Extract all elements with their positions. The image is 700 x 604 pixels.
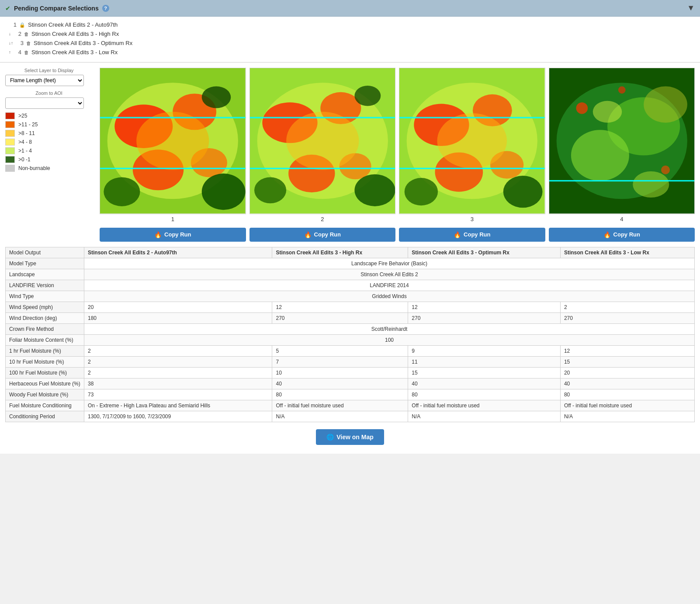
table-row-10: 100 hr Fuel Moisture (%)2101520 bbox=[6, 367, 695, 378]
svg-point-43 bbox=[593, 101, 622, 123]
item-number-3: 3 bbox=[16, 40, 24, 46]
table-row-12: Woody Fuel Moisture (%)73808080 bbox=[6, 389, 695, 400]
table-cell-4-2: 12 bbox=[408, 302, 561, 312]
table-header-col0: Model Output bbox=[6, 247, 84, 258]
legend-label-6: >0 -1 bbox=[18, 156, 31, 163]
trash-icon-3[interactable] bbox=[26, 40, 31, 46]
table-cell-5-1: 270 bbox=[272, 312, 408, 323]
map-canvas-4[interactable] bbox=[549, 68, 695, 214]
svg-point-38 bbox=[571, 130, 629, 181]
svg-point-44 bbox=[633, 171, 669, 198]
legend-label-1: >25 bbox=[18, 113, 27, 119]
table-cell-label-5: Wind Direction (deg) bbox=[6, 312, 84, 323]
table-cell-13-3: Off - initial fuel moisture used bbox=[560, 400, 694, 411]
collapse-icon[interactable]: ▼ bbox=[687, 3, 695, 13]
table-header-col3: Stinson Creek All Edits 3 - Optimum Rx bbox=[408, 247, 561, 258]
table-cell-label-2: LANDFIRE Version bbox=[6, 280, 84, 291]
legend-color-2 bbox=[5, 121, 15, 128]
copy-run-label-4: Copy Run bbox=[613, 231, 640, 238]
table-cell-10-1: 10 bbox=[272, 367, 408, 378]
table-cell-11-3: 40 bbox=[560, 378, 694, 389]
check-icon: ✔ bbox=[5, 5, 10, 12]
trash-icon-4[interactable] bbox=[24, 49, 29, 56]
map-canvas-2[interactable] bbox=[250, 68, 396, 214]
legend-color-1 bbox=[5, 112, 15, 119]
svg-point-8 bbox=[104, 177, 140, 206]
data-table: Model Output Stinson Creek All Edits 2 -… bbox=[5, 247, 695, 422]
table-cell-12-1: 80 bbox=[272, 389, 408, 400]
fire-icon-1: 🔥 bbox=[154, 231, 162, 238]
zoom-control: Zoom to AOI bbox=[5, 90, 93, 109]
table-row-4: Wind Speed (mph)2012122 bbox=[6, 302, 695, 312]
table-cell-11-2: 40 bbox=[408, 378, 561, 389]
table-cell-span-3: Gridded Winds bbox=[84, 291, 695, 302]
layer-select[interactable]: Flame Length (feet) Fire Intensity Rate … bbox=[5, 75, 84, 86]
map-canvas-1[interactable] bbox=[100, 68, 246, 214]
map-item-2: 2 bbox=[250, 68, 396, 222]
svg-point-9 bbox=[202, 87, 231, 108]
legend-label-4: >4 - 8 bbox=[18, 139, 32, 145]
legend-item-4: >4 - 8 bbox=[5, 139, 93, 146]
table-cell-5-0: 180 bbox=[84, 312, 272, 323]
table-cell-label-11: Herbaceous Fuel Moisture (%) bbox=[6, 378, 84, 389]
legend-label-2: >11 - 25 bbox=[18, 121, 38, 128]
view-on-map-label: View on Map bbox=[336, 434, 374, 441]
header-bar: ✔ Pending Compare Selections ? ▼ bbox=[0, 0, 700, 17]
globe-icon: 🌐 bbox=[326, 434, 334, 441]
svg-point-7 bbox=[202, 174, 246, 210]
left-panel: Select Layer to Display Flame Length (fe… bbox=[5, 68, 93, 222]
svg-point-41 bbox=[661, 166, 670, 174]
table-row-14: Conditioning Period1300, 7/17/2009 to 16… bbox=[6, 411, 695, 422]
table-cell-14-2: N/A bbox=[408, 411, 561, 422]
arrows-3[interactable]: ↓↑ bbox=[9, 41, 13, 45]
svg-point-42 bbox=[618, 87, 625, 94]
item-name-4: Stinson Creek All Edits 3 - Low Rx bbox=[31, 49, 118, 56]
map-canvas-3[interactable] bbox=[399, 68, 545, 214]
help-icon[interactable]: ? bbox=[102, 5, 109, 12]
table-cell-8-3: 12 bbox=[560, 345, 694, 356]
arrows-4[interactable]: ↑ bbox=[9, 50, 11, 55]
table-cell-label-1: Landscape bbox=[6, 269, 84, 280]
copy-run-button-2[interactable]: 🔥 Copy Run bbox=[250, 228, 396, 242]
view-on-map-button[interactable]: 🌐 View on Map bbox=[316, 429, 384, 445]
item-name-2: Stinson Creek All Edits 3 - High Rx bbox=[31, 31, 119, 37]
trash-icon-2[interactable] bbox=[24, 31, 29, 37]
table-cell-span-7: 100 bbox=[84, 334, 695, 345]
table-cell-span-0: Landscape Fire Behavior (Basic) bbox=[84, 258, 695, 269]
arrows-2[interactable]: ↓ bbox=[9, 32, 11, 36]
copy-run-button-1[interactable]: 🔥 Copy Run bbox=[100, 228, 246, 242]
copy-run-label-2: Copy Run bbox=[314, 231, 341, 238]
legend-color-4 bbox=[5, 139, 15, 146]
table-cell-11-1: 40 bbox=[272, 378, 408, 389]
copy-run-button-4[interactable]: 🔥 Copy Run bbox=[549, 228, 695, 242]
item-number-4: 4 bbox=[14, 49, 21, 56]
table-cell-label-4: Wind Speed (mph) bbox=[6, 302, 84, 312]
table-header-col4: Stinson Creek All Edits 3 - Low Rx bbox=[560, 247, 694, 258]
table-cell-span-6: Scott/Reinhardt bbox=[84, 323, 695, 334]
table-cell-12-0: 73 bbox=[84, 389, 272, 400]
layer-label: Select Layer to Display bbox=[5, 68, 93, 73]
table-cell-8-0: 2 bbox=[84, 345, 272, 356]
copy-run-label-3: Copy Run bbox=[464, 231, 490, 238]
table-cell-5-3: 270 bbox=[560, 312, 694, 323]
svg-point-6 bbox=[136, 112, 209, 170]
fire-icon-3: 🔥 bbox=[454, 231, 461, 238]
header-title-area: ✔ Pending Compare Selections ? bbox=[5, 5, 109, 12]
table-cell-10-0: 2 bbox=[84, 367, 272, 378]
copy-run-button-3[interactable]: 🔥 Copy Run bbox=[399, 228, 545, 242]
table-cell-11-0: 38 bbox=[84, 378, 272, 389]
table-cell-10-2: 15 bbox=[408, 367, 561, 378]
zoom-select[interactable] bbox=[5, 97, 84, 109]
legend-label-7: Non-burnable bbox=[18, 165, 50, 171]
svg-point-31 bbox=[503, 176, 543, 208]
copy-run-label-1: Copy Run bbox=[164, 231, 191, 238]
lock-icon-1[interactable] bbox=[19, 21, 25, 28]
pending-item-1: 1 Stinson Creek All Edits 2 - Auto97th bbox=[9, 20, 691, 29]
map-label-2: 2 bbox=[321, 216, 324, 222]
legend-item-6: >0 -1 bbox=[5, 156, 93, 163]
table-cell-9-3: 15 bbox=[560, 356, 694, 367]
legend-label-5: >1 - 4 bbox=[18, 148, 32, 154]
table-row-1: LandscapeStinson Creek All Edits 2 bbox=[6, 269, 695, 280]
legend-color-7 bbox=[5, 165, 15, 172]
legend-color-3 bbox=[5, 130, 15, 137]
